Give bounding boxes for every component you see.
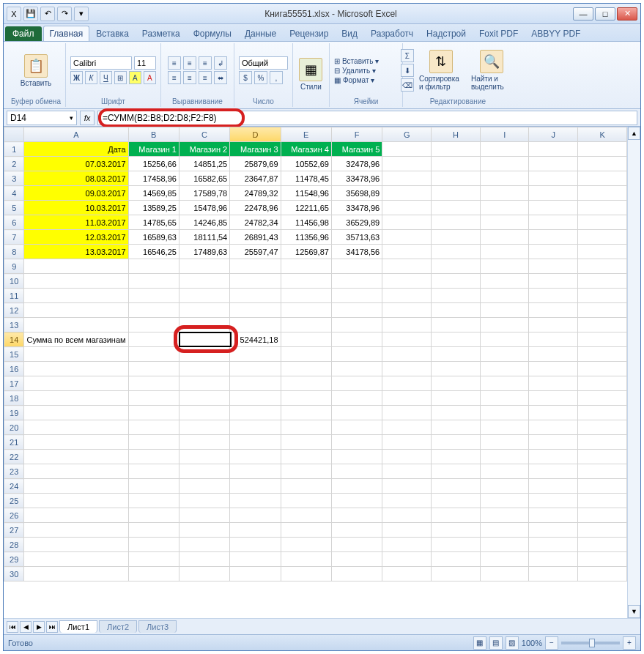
cell[interactable] xyxy=(179,479,229,494)
cell[interactable] xyxy=(230,464,281,479)
row-header[interactable]: 14 xyxy=(4,332,24,347)
cell[interactable] xyxy=(382,332,432,347)
cell[interactable] xyxy=(128,259,179,274)
cell[interactable]: 23647,87 xyxy=(230,171,281,186)
cell[interactable] xyxy=(382,230,432,245)
cell[interactable] xyxy=(382,538,432,552)
cell[interactable] xyxy=(578,245,627,259)
row-header[interactable]: 18 xyxy=(4,391,24,406)
cell[interactable] xyxy=(128,552,179,567)
cell[interactable] xyxy=(578,274,627,289)
row-header[interactable]: 23 xyxy=(4,464,24,479)
cell[interactable] xyxy=(179,420,229,435)
cell[interactable] xyxy=(382,201,432,215)
cell[interactable] xyxy=(382,376,432,391)
cell[interactable] xyxy=(230,289,281,303)
cell[interactable] xyxy=(128,450,179,464)
cell[interactable] xyxy=(24,406,128,420)
cell[interactable] xyxy=(230,406,281,420)
excel-icon[interactable]: X xyxy=(7,7,21,21)
tab-foxit[interactable]: Foxit PDF xyxy=(473,26,525,41)
cell[interactable]: 25597,47 xyxy=(230,245,281,259)
cell[interactable]: 11.03.2017 xyxy=(24,215,128,230)
cell[interactable] xyxy=(230,274,281,289)
cell[interactable] xyxy=(529,464,578,479)
cell[interactable] xyxy=(281,303,331,318)
cell[interactable] xyxy=(578,347,627,362)
cell[interactable] xyxy=(529,289,578,303)
cell[interactable] xyxy=(382,406,432,420)
cell[interactable]: Магазин 3 xyxy=(230,142,281,157)
cell[interactable] xyxy=(480,567,529,581)
fill-color-button[interactable]: A xyxy=(129,71,141,84)
cell[interactable] xyxy=(331,391,382,406)
cell[interactable] xyxy=(128,494,179,508)
cell[interactable] xyxy=(230,567,281,581)
cell[interactable]: Магазин 5 xyxy=(331,142,382,157)
cell[interactable]: 35713,63 xyxy=(331,230,382,245)
cell[interactable] xyxy=(432,508,481,523)
cell[interactable] xyxy=(128,347,179,362)
cell[interactable] xyxy=(432,538,481,552)
cell[interactable] xyxy=(382,215,432,230)
cell[interactable] xyxy=(24,376,128,391)
cell[interactable] xyxy=(382,303,432,318)
cell[interactable] xyxy=(480,157,529,171)
cell[interactable]: 14246,85 xyxy=(179,215,229,230)
cell[interactable] xyxy=(432,215,481,230)
cell[interactable]: 10.03.2017 xyxy=(24,201,128,215)
cell[interactable] xyxy=(382,552,432,567)
cell[interactable] xyxy=(529,201,578,215)
cell[interactable] xyxy=(230,420,281,435)
file-tab[interactable]: Файл xyxy=(5,26,42,41)
cell[interactable] xyxy=(382,435,432,450)
comma-icon[interactable]: , xyxy=(270,71,283,84)
autosum-icon[interactable]: Σ xyxy=(401,49,414,62)
fill-icon[interactable]: ⬇ xyxy=(401,64,414,77)
cell[interactable] xyxy=(331,259,382,274)
cell[interactable] xyxy=(432,435,481,450)
cell[interactable] xyxy=(480,508,529,523)
row-header[interactable]: 21 xyxy=(4,435,24,450)
tab-nav-prev[interactable]: ◀ xyxy=(20,621,32,633)
cell[interactable] xyxy=(480,391,529,406)
cell[interactable] xyxy=(230,391,281,406)
cell[interactable] xyxy=(179,391,229,406)
col-header[interactable]: G xyxy=(382,127,432,142)
tab-developer[interactable]: Разработч xyxy=(364,26,420,41)
row-header[interactable]: 7 xyxy=(4,230,24,245)
cell[interactable] xyxy=(529,157,578,171)
cell[interactable] xyxy=(331,376,382,391)
cell[interactable] xyxy=(432,567,481,581)
row-header[interactable]: 22 xyxy=(4,450,24,464)
cell[interactable] xyxy=(331,303,382,318)
cell[interactable]: 17589,78 xyxy=(179,186,229,201)
cell[interactable] xyxy=(179,347,229,362)
cell[interactable] xyxy=(382,289,432,303)
cell[interactable]: 13.03.2017 xyxy=(24,245,128,259)
cell[interactable]: 16589,63 xyxy=(128,230,179,245)
cell[interactable]: 14569,85 xyxy=(128,186,179,201)
cell[interactable] xyxy=(281,420,331,435)
cell[interactable] xyxy=(382,274,432,289)
cell[interactable] xyxy=(179,318,229,332)
cell[interactable]: Дата xyxy=(24,142,128,157)
cell[interactable] xyxy=(382,362,432,376)
name-box[interactable]: D14▾ xyxy=(7,111,77,125)
tab-home[interactable]: Главная xyxy=(43,26,90,41)
cell[interactable] xyxy=(281,318,331,332)
cell[interactable] xyxy=(128,464,179,479)
cell[interactable]: 15478,96 xyxy=(179,201,229,215)
cell[interactable] xyxy=(578,230,627,245)
cell[interactable] xyxy=(578,186,627,201)
cell[interactable] xyxy=(331,552,382,567)
cell[interactable] xyxy=(281,508,331,523)
cell[interactable] xyxy=(281,332,331,347)
currency-icon[interactable]: $ xyxy=(239,71,252,84)
cell[interactable] xyxy=(480,523,529,538)
cell[interactable] xyxy=(128,274,179,289)
cell[interactable] xyxy=(24,318,128,332)
cell[interactable] xyxy=(331,420,382,435)
cell[interactable] xyxy=(281,464,331,479)
merge-icon[interactable]: ⬌ xyxy=(214,71,227,84)
